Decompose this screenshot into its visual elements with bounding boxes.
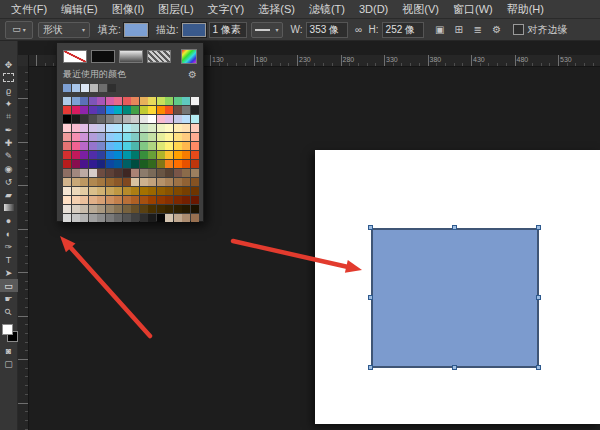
color-swatch[interactable] [123,187,131,195]
color-swatch[interactable] [131,151,139,159]
hand-tool[interactable]: ☛ [0,292,18,305]
clone-stamp-tool[interactable]: ◉ [0,162,18,175]
color-swatch[interactable] [165,178,173,186]
color-swatch[interactable] [123,124,131,132]
color-swatch[interactable] [140,151,148,159]
color-swatch[interactable] [97,178,105,186]
menu-item[interactable]: 选择(S) [251,0,302,18]
color-swatch[interactable] [191,187,199,195]
color-swatch[interactable] [157,97,165,105]
color-swatch[interactable] [63,97,71,105]
shape-width-field[interactable]: 353 像 [306,22,348,38]
color-swatch[interactable] [80,115,88,123]
color-swatch[interactable] [157,115,165,123]
fill-solid-button[interactable] [91,50,115,63]
healing-brush-tool[interactable]: ✚ [0,136,18,149]
color-swatch[interactable] [182,133,190,141]
color-swatch[interactable] [123,214,131,222]
anchor-handle[interactable] [368,225,373,230]
color-swatch[interactable] [131,106,139,114]
color-swatch[interactable] [157,151,165,159]
fill-gradient-button[interactable] [119,50,143,63]
color-swatch[interactable] [106,115,114,123]
color-swatch[interactable] [97,106,105,114]
menu-item[interactable]: 编辑(E) [54,0,105,18]
color-swatch[interactable] [131,187,139,195]
color-swatch[interactable] [165,124,173,132]
color-swatch[interactable] [191,160,199,168]
color-swatch[interactable] [131,178,139,186]
color-swatch[interactable] [165,187,173,195]
quick-mask[interactable]: ◙ [0,344,18,357]
color-swatch[interactable] [90,84,98,92]
color-swatch[interactable] [191,196,199,204]
color-swatch[interactable] [148,187,156,195]
color-swatch[interactable] [140,160,148,168]
lasso-tool[interactable]: ϱ [0,84,18,97]
color-swatch[interactable] [106,160,114,168]
stroke-width-field[interactable]: 1 像素 [209,22,247,38]
color-swatch[interactable] [72,115,80,123]
crop-tool[interactable]: ⌗ [0,110,18,123]
color-swatch[interactable] [72,187,80,195]
color-swatch[interactable] [165,115,173,123]
color-swatch[interactable] [80,97,88,105]
color-swatch[interactable] [157,142,165,150]
color-swatch[interactable] [114,196,122,204]
color-swatch[interactable] [165,160,173,168]
color-swatch[interactable] [191,169,199,177]
color-swatch[interactable] [123,169,131,177]
color-swatch[interactable] [148,169,156,177]
color-swatch[interactable] [106,205,114,213]
color-swatch[interactable] [97,196,105,204]
color-swatch[interactable] [80,214,88,222]
color-swatch[interactable] [89,178,97,186]
color-swatch[interactable] [157,178,165,186]
color-swatch[interactable] [72,160,80,168]
color-swatch[interactable] [123,142,131,150]
color-swatch[interactable] [89,196,97,204]
menu-item[interactable]: 文字(Y) [201,0,252,18]
color-swatch[interactable] [106,178,114,186]
color-swatch[interactable] [140,106,148,114]
color-swatch[interactable] [131,205,139,213]
color-swatch[interactable] [63,124,71,132]
color-swatch[interactable] [157,133,165,141]
menu-item[interactable]: 帮助(H) [500,0,551,18]
color-swatch[interactable] [114,133,122,141]
color-swatch[interactable] [106,214,114,222]
color-swatch[interactable] [165,97,173,105]
color-swatch[interactable] [131,160,139,168]
color-swatch[interactable] [89,151,97,159]
color-swatch[interactable] [140,115,148,123]
color-swatch[interactable] [131,133,139,141]
color-swatch[interactable] [114,124,122,132]
color-swatch[interactable] [140,169,148,177]
color-swatch[interactable] [123,196,131,204]
color-swatch[interactable] [148,160,156,168]
color-swatch[interactable] [63,142,71,150]
rectangle-tool[interactable]: ▭ [0,279,18,292]
color-swatch[interactable] [89,97,97,105]
path-align-icon[interactable]: ⊞ [451,22,467,38]
color-swatch[interactable] [174,124,182,132]
color-swatch[interactable] [174,106,182,114]
color-swatch[interactable] [165,214,173,222]
rectangle-shape[interactable] [371,228,539,368]
color-swatch[interactable] [97,97,105,105]
color-swatch[interactable] [148,124,156,132]
color-swatch[interactable] [182,205,190,213]
color-swatch[interactable] [114,214,122,222]
move-tool[interactable]: ✥ [0,58,18,71]
color-swatch[interactable] [131,169,139,177]
screen-mode[interactable]: ▢ [0,357,18,370]
menu-item[interactable]: 滤镜(T) [302,0,352,18]
zoom-tool[interactable]: ⚲ [0,305,18,318]
color-swatch[interactable] [72,142,80,150]
color-swatch[interactable] [89,115,97,123]
color-swatch[interactable] [148,214,156,222]
color-swatch[interactable] [182,97,190,105]
color-swatch[interactable] [148,133,156,141]
color-swatch[interactable] [106,196,114,204]
color-swatch[interactable] [140,97,148,105]
